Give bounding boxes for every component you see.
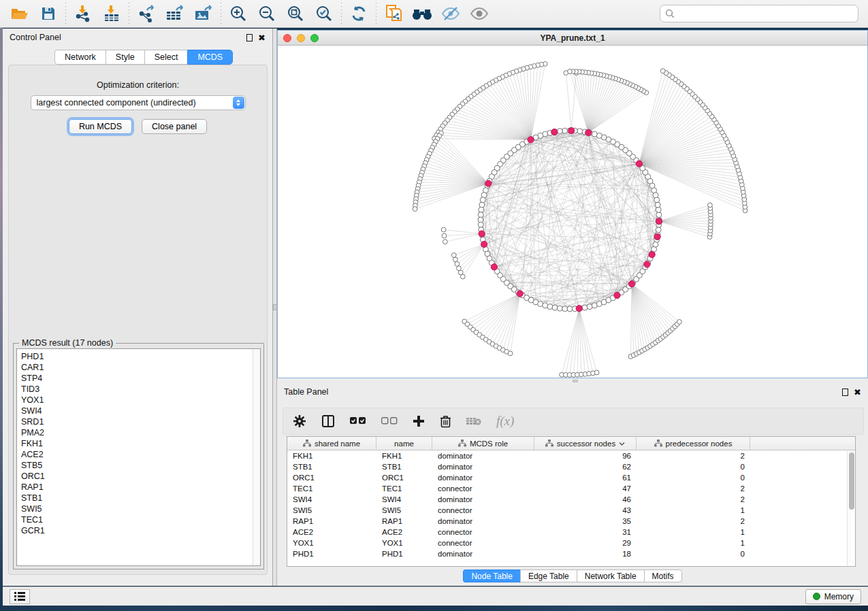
graph-leaf-node[interactable] <box>453 257 458 262</box>
mcds-list-scrollbar[interactable] <box>253 349 260 565</box>
graph-mcds-node[interactable] <box>528 137 534 143</box>
mcds-result-item[interactable]: ACE2 <box>21 449 260 460</box>
import-network-button[interactable] <box>69 2 97 25</box>
mcds-result-item[interactable]: STB5 <box>21 460 260 471</box>
mcds-result-item[interactable]: TEC1 <box>21 514 260 525</box>
column-header-shared-name[interactable]: shared name <box>287 437 376 450</box>
graph-mcds-node[interactable] <box>649 252 655 258</box>
first-neighbors-button[interactable] <box>408 2 436 25</box>
table-row[interactable]: STB1STB1dominator620 <box>287 461 855 472</box>
search-input[interactable] <box>678 7 853 20</box>
graph-leaf-node[interactable] <box>677 320 682 325</box>
graph-node[interactable] <box>557 129 562 134</box>
destroy-table-button[interactable] <box>466 416 481 426</box>
graph-mcds-node[interactable] <box>576 306 582 312</box>
graph-node[interactable] <box>562 306 568 312</box>
graph-mcds-node[interactable] <box>614 293 620 299</box>
clone-network-button[interactable] <box>379 2 408 25</box>
graph-leaf-node[interactable] <box>508 351 513 356</box>
export-table-button[interactable] <box>161 2 189 25</box>
zoom-fit-button[interactable] <box>281 2 310 25</box>
mcds-result-list[interactable]: PHD1CAR1STP4TID3YOX1SWI4SRD1PMA2FKH1ACE2… <box>16 348 261 566</box>
graph-leaf-node[interactable] <box>455 262 460 267</box>
graph-mcds-node[interactable] <box>585 129 592 135</box>
table-row[interactable]: ORC1ORC1dominator610 <box>287 472 855 483</box>
float-panel-icon[interactable] <box>246 34 253 42</box>
table-row[interactable]: PHD1PHD1dominator180 <box>287 548 855 559</box>
criterion-dropdown[interactable]: largest connected component (undirected) <box>31 95 246 110</box>
graph-node[interactable] <box>567 306 573 312</box>
graph-mcds-node[interactable] <box>485 180 492 186</box>
graph-node[interactable] <box>557 306 562 311</box>
mcds-result-item[interactable]: PMA2 <box>21 427 260 438</box>
graph-leaf-node[interactable] <box>568 69 573 74</box>
graph-node[interactable] <box>552 305 558 310</box>
column-header-name[interactable]: name <box>376 437 432 450</box>
graph-mcds-node[interactable] <box>491 264 497 270</box>
tab-style[interactable]: Style <box>106 50 144 65</box>
zoom-selected-button[interactable] <box>310 2 338 25</box>
graph-leaf-node[interactable] <box>451 253 456 258</box>
close-panel-icon[interactable]: ✖ <box>854 388 861 397</box>
function-builder-button[interactable]: f(x) <box>496 414 514 429</box>
mcds-result-item[interactable]: GCR1 <box>21 525 260 536</box>
close-panel-icon[interactable]: ✖ <box>258 33 266 42</box>
graph-node[interactable] <box>582 305 588 310</box>
mcds-result-item[interactable]: CAR1 <box>21 362 260 373</box>
column-header-predecessor-nodes[interactable]: predecessor nodes <box>637 437 750 450</box>
mcds-result-item[interactable]: YOX1 <box>21 395 260 406</box>
table-row[interactable]: SWI5SWI5connector431 <box>287 505 855 516</box>
graph-node[interactable] <box>547 304 553 310</box>
graph-mcds-node[interactable] <box>654 233 660 240</box>
table-row[interactable]: SWI4SWI4dominator462 <box>287 494 855 505</box>
run-mcds-button[interactable]: Run MCDS <box>69 119 132 134</box>
graph-node[interactable] <box>480 197 485 203</box>
graph-mcds-node[interactable] <box>479 231 485 237</box>
export-network-button[interactable] <box>132 2 161 25</box>
search-field[interactable] <box>660 5 858 22</box>
table-row[interactable]: YOX1YOX1connector291 <box>287 538 855 548</box>
graph-mcds-node[interactable] <box>644 261 650 267</box>
save-session-button[interactable] <box>34 2 63 25</box>
hide-selected-button[interactable] <box>436 2 465 25</box>
horizontal-splitter[interactable] <box>277 378 868 383</box>
graph-node[interactable] <box>479 202 485 208</box>
close-panel-button[interactable]: Close panel <box>142 119 207 134</box>
graph-node[interactable] <box>479 207 484 212</box>
add-row-button[interactable] <box>413 415 425 427</box>
table-settings-button[interactable] <box>293 414 306 428</box>
graph-mcds-node[interactable] <box>628 281 634 287</box>
column-header-successor-nodes[interactable]: successor nodes <box>534 437 637 450</box>
table-row[interactable]: FKH1FKH1dominator962 <box>287 450 855 461</box>
mcds-result-item[interactable]: SRD1 <box>21 416 260 427</box>
tab-network-table[interactable]: Network Table <box>577 569 644 582</box>
node-table[interactable]: shared namenameMCDS rolesuccessor nodesp… <box>287 436 856 567</box>
mcds-result-item[interactable]: STB1 <box>21 493 260 503</box>
import-table-button[interactable] <box>97 2 126 25</box>
graph-leaf-node[interactable] <box>660 69 665 73</box>
unselect-all-button[interactable] <box>381 417 398 425</box>
graph-node[interactable] <box>656 207 661 212</box>
splitter-grip[interactable] <box>573 380 578 382</box>
mcds-result-item[interactable]: FKH1 <box>21 438 260 449</box>
graph-node[interactable] <box>478 222 483 227</box>
mcds-result-item[interactable]: RAP1 <box>21 482 260 493</box>
graph-leaf-node[interactable] <box>442 233 447 238</box>
tab-select[interactable]: Select <box>144 50 188 65</box>
network-canvas[interactable] <box>278 46 867 378</box>
table-scrollbar[interactable] <box>847 451 854 565</box>
select-all-button[interactable] <box>350 417 366 425</box>
graph-node[interactable] <box>478 217 483 222</box>
graph-node[interactable] <box>562 128 568 133</box>
mcds-result-item[interactable]: PHD1 <box>21 351 260 362</box>
task-history-button[interactable] <box>10 589 30 604</box>
mcds-result-item[interactable]: TID3 <box>21 384 260 395</box>
memory-button[interactable]: Memory <box>805 589 861 604</box>
mcds-result-item[interactable]: SWI5 <box>21 503 260 514</box>
table-row[interactable]: TEC1TEC1connector472 <box>287 483 855 494</box>
graph-node[interactable] <box>656 227 661 233</box>
tab-edge-table[interactable]: Edge Table <box>520 569 577 582</box>
graph-leaf-node[interactable] <box>441 227 446 232</box>
graph-mcds-node[interactable] <box>568 127 575 133</box>
graph-node[interactable] <box>478 212 483 218</box>
